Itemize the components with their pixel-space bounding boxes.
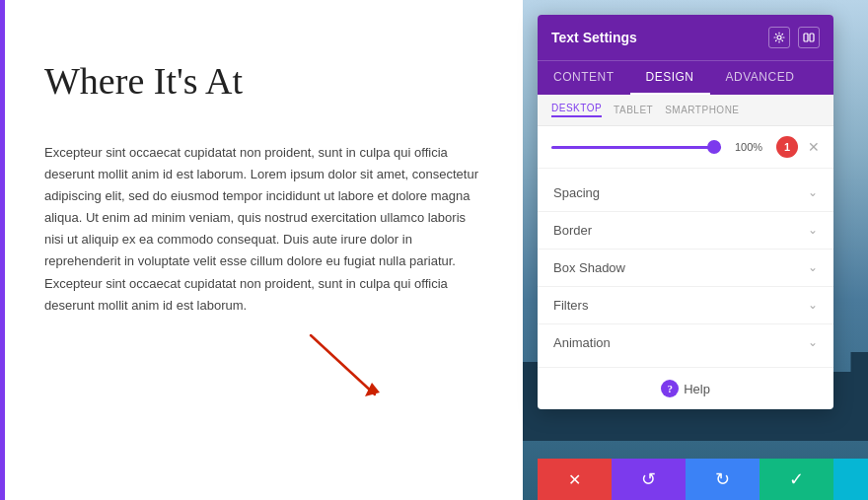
tab-advanced[interactable]: Advanced (710, 61, 811, 95)
accordion-spacing[interactable]: Spacing ⌄ (538, 175, 833, 212)
accordion-animation[interactable]: Animation ⌄ (538, 324, 833, 361)
chevron-down-icon: ⌄ (808, 298, 818, 313)
accordion-spacing-label: Spacing (553, 185, 600, 200)
help-label: Help (684, 382, 710, 396)
cancel-button[interactable]: ✕ (538, 459, 612, 500)
zoom-slider-row: 100% 1 ✕ (538, 126, 833, 169)
device-tabs: Desktop Tablet Smartphone (538, 95, 833, 126)
slider-thumb[interactable] (707, 140, 721, 154)
accordion-border[interactable]: Border ⌄ (538, 212, 833, 250)
device-tab-smartphone[interactable]: Smartphone (665, 105, 739, 115)
panel-title: Text Settings (551, 30, 637, 45)
undo-button[interactable]: ↺ (612, 459, 686, 500)
chevron-down-icon: ⌄ (808, 335, 818, 350)
svg-line-0 (311, 335, 375, 394)
columns-icon-btn[interactable] (798, 27, 820, 48)
accordion-box-shadow-label: Box Shadow (553, 260, 625, 275)
slider-fill (551, 146, 721, 149)
main-content: Where It's At Excepteur sint occaecat cu… (5, 0, 528, 500)
accordion-border-label: Border (553, 223, 592, 238)
action-bar: ✕ ↺ ↻ ✓ (538, 459, 833, 500)
device-tab-tablet[interactable]: Tablet (614, 105, 653, 115)
undo-icon: ↺ (641, 468, 656, 490)
chevron-down-icon: ⌄ (808, 223, 818, 238)
accordion-animation-label: Animation (553, 335, 611, 350)
tab-design[interactable]: Design (630, 61, 710, 95)
help-row[interactable]: ? Help (538, 367, 833, 409)
teal-bar (833, 459, 868, 500)
svg-point-2 (777, 36, 781, 39)
chevron-down-icon: ⌄ (808, 185, 818, 200)
accordion-list: Spacing ⌄ Border ⌄ Box Shadow ⌄ Filters … (538, 169, 833, 367)
accordion-filters-label: Filters (553, 298, 588, 313)
cancel-icon: ✕ (568, 470, 581, 489)
help-icon: ? (661, 380, 679, 397)
redo-icon: ↻ (715, 468, 730, 490)
slider-value: 100% (731, 141, 766, 153)
arrow-indicator (281, 316, 399, 414)
page-heading: Where It's At (44, 59, 488, 103)
redo-button[interactable]: ↻ (686, 459, 760, 500)
body-text: Excepteur sint occaecat cupidatat non pr… (44, 142, 488, 317)
accordion-box-shadow[interactable]: Box Shadow ⌄ (538, 250, 833, 287)
svg-marker-1 (365, 383, 380, 396)
svg-rect-4 (810, 34, 814, 41)
close-icon[interactable]: ✕ (808, 139, 820, 156)
accordion-filters[interactable]: Filters ⌄ (538, 287, 833, 324)
panel-header-icons (768, 27, 820, 48)
settings-panel: Text Settings Content Design Advanced De… (538, 15, 833, 409)
tab-content[interactable]: Content (538, 61, 630, 95)
confirm-button[interactable]: ✓ (760, 459, 833, 500)
settings-icon-btn[interactable] (768, 27, 790, 48)
badge-number: 1 (776, 136, 798, 158)
panel-header: Text Settings (538, 15, 833, 60)
confirm-icon: ✓ (789, 468, 804, 490)
svg-rect-3 (804, 34, 808, 41)
chevron-down-icon: ⌄ (808, 260, 818, 275)
device-tab-desktop[interactable]: Desktop (551, 103, 602, 117)
slider-track[interactable] (551, 146, 721, 149)
panel-tabs: Content Design Advanced (538, 60, 833, 95)
